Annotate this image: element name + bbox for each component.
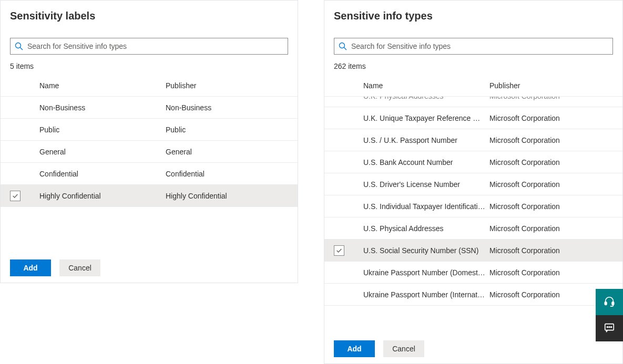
row-publisher: Public xyxy=(166,126,298,134)
panel-footer: Add Cancel xyxy=(324,334,622,363)
row-publisher: Confidential xyxy=(166,170,298,178)
search-box[interactable] xyxy=(334,38,613,55)
table-row[interactable]: GeneralGeneral xyxy=(1,141,298,163)
table-header: Name Publisher xyxy=(324,75,622,97)
svg-point-7 xyxy=(607,326,608,327)
cancel-button[interactable]: Cancel xyxy=(59,259,100,276)
sensitivity-labels-panel: Sensitivity labels 5 items Name Publishe… xyxy=(0,0,298,283)
search-box[interactable] xyxy=(10,38,288,55)
table-row[interactable]: U.S. Social Security Number (SSN)Microso… xyxy=(324,240,622,262)
row-name: U.S. Individual Taxpayer Identification … xyxy=(363,202,489,211)
add-button[interactable]: Add xyxy=(10,259,51,276)
panel-title: Sensitivity labels xyxy=(1,1,298,28)
row-publisher: Microsoft Corporation xyxy=(489,180,622,189)
row-publisher: Microsoft Corporation xyxy=(489,114,622,122)
table-body[interactable]: U.K. Physical AddressesMicrosoft Corpora… xyxy=(324,97,622,334)
svg-point-2 xyxy=(340,43,345,48)
feedback-chat-icon xyxy=(604,322,615,335)
row-name: U.S. Driver's License Number xyxy=(363,180,489,189)
table-row[interactable]: U.S. Driver's License NumberMicrosoft Co… xyxy=(324,173,622,195)
row-name: General xyxy=(39,148,166,156)
row-publisher: Highly Confidential xyxy=(166,192,298,200)
row-publisher: Microsoft Corporation xyxy=(489,246,622,255)
table-row[interactable]: U.K. Unique Taxpayer Reference NumberMic… xyxy=(324,107,622,129)
table-row[interactable]: U.S. Bank Account NumberMicrosoft Corpor… xyxy=(324,151,622,173)
table-row[interactable]: Non-BusinessNon-Business xyxy=(1,97,298,119)
svg-line-1 xyxy=(20,47,23,50)
svg-point-9 xyxy=(611,326,612,327)
table-row[interactable]: U.K. Physical AddressesMicrosoft Corpora… xyxy=(324,97,622,107)
row-publisher: General xyxy=(166,148,298,156)
table-row[interactable]: U.S. / U.K. Passport NumberMicrosoft Cor… xyxy=(324,129,622,151)
search-icon xyxy=(15,42,23,50)
table-row[interactable]: U.S. Physical AddressesMicrosoft Corpora… xyxy=(324,217,622,240)
row-publisher: Microsoft Corporation xyxy=(489,136,622,144)
svg-line-3 xyxy=(344,47,346,50)
table-body: Non-BusinessNon-BusinessPublicPublicGene… xyxy=(1,97,298,253)
add-button[interactable]: Add xyxy=(334,340,375,357)
search-input[interactable] xyxy=(350,38,608,54)
row-publisher: Microsoft Corporation xyxy=(489,158,622,167)
svg-rect-4 xyxy=(605,301,607,305)
row-name: U.K. Unique Taxpayer Reference Number xyxy=(363,114,489,122)
row-publisher: Microsoft Corporation xyxy=(489,268,622,277)
row-publisher: Non-Business xyxy=(166,103,298,112)
search-icon xyxy=(339,42,347,50)
item-count: 5 items xyxy=(1,55,298,75)
row-name: Ukraine Passport Number (Domestic) xyxy=(363,268,489,277)
row-name: Public xyxy=(39,126,166,134)
column-publisher[interactable]: Publisher xyxy=(489,81,622,90)
feedback-button[interactable] xyxy=(596,315,623,341)
row-name: U.K. Physical Addresses xyxy=(363,97,489,100)
svg-point-8 xyxy=(609,326,610,327)
column-name[interactable]: Name xyxy=(363,81,489,90)
checkbox[interactable] xyxy=(10,191,21,201)
row-name: U.S. Bank Account Number xyxy=(363,158,489,167)
panel-footer: Add Cancel xyxy=(1,253,298,283)
row-name: U.S. / U.K. Passport Number xyxy=(363,136,489,144)
table: Name Publisher Non-BusinessNon-BusinessP… xyxy=(1,75,298,253)
help-headset-icon xyxy=(604,296,615,309)
column-name[interactable]: Name xyxy=(39,81,166,90)
row-name: Highly Confidential xyxy=(39,192,166,200)
row-name: U.S. Physical Addresses xyxy=(363,224,489,233)
sensitive-info-types-panel: Sensitive info types 262 items Name Publ… xyxy=(324,0,623,364)
row-name: Non-Business xyxy=(39,103,166,112)
search-input[interactable] xyxy=(26,38,283,54)
table-header: Name Publisher xyxy=(1,75,298,97)
table-row[interactable]: ConfidentialConfidential xyxy=(1,163,298,185)
help-button[interactable] xyxy=(596,289,623,315)
table-row[interactable]: Ukraine Passport Number (Domestic)Micros… xyxy=(324,262,622,284)
checkbox[interactable] xyxy=(334,245,344,256)
row-publisher: Microsoft Corporation xyxy=(489,224,622,233)
cancel-button[interactable]: Cancel xyxy=(383,340,424,357)
svg-point-0 xyxy=(16,43,21,48)
table-row[interactable]: Highly ConfidentialHighly Confidential xyxy=(1,185,298,207)
table-row[interactable]: U.S. Individual Taxpayer Identification … xyxy=(324,195,622,217)
table-row[interactable]: Ukraine Passport Number (International)M… xyxy=(324,284,622,306)
row-publisher: Microsoft Corporation xyxy=(489,202,622,211)
panel-title: Sensitive info types xyxy=(324,1,622,28)
row-name: Ukraine Passport Number (International) xyxy=(363,290,489,299)
row-name: Confidential xyxy=(39,170,166,178)
column-publisher[interactable]: Publisher xyxy=(166,81,298,90)
row-publisher: Microsoft Corporation xyxy=(489,97,622,100)
table-row[interactable]: PublicPublic xyxy=(1,119,298,141)
svg-rect-5 xyxy=(612,301,614,305)
row-name: U.S. Social Security Number (SSN) xyxy=(363,246,489,255)
table: Name Publisher U.K. Physical AddressesMi… xyxy=(324,75,622,334)
item-count: 262 items xyxy=(324,55,622,75)
